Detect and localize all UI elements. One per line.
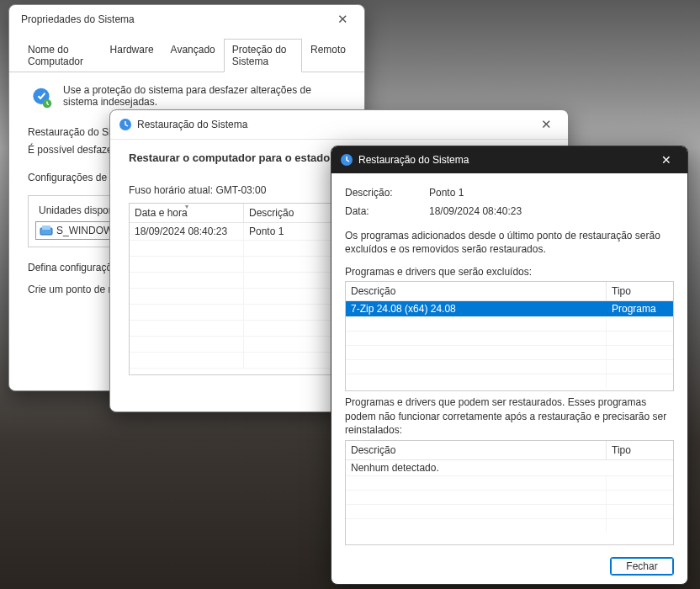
restorable-heading: Programas e drivers que podem ser restau… — [345, 395, 674, 437]
restore-icon — [340, 153, 353, 167]
close-button[interactable]: Fechar — [610, 557, 674, 576]
close-icon[interactable]: ✕ — [531, 115, 561, 134]
tab-computer-name[interactable]: Nome do Computador — [19, 39, 102, 72]
close-icon[interactable]: ✕ — [649, 151, 684, 169]
col-description[interactable]: Descrição — [346, 282, 607, 300]
cell-type: Programa — [607, 301, 673, 316]
tabs: Nome do Computador Hardware Avançado Pro… — [9, 32, 364, 72]
cell-date: 18/09/2024 08:40:23 — [130, 223, 244, 240]
shield-icon — [28, 84, 55, 111]
win2-title: Restauração do Sistema — [137, 119, 247, 130]
col-type[interactable]: Tipo — [607, 441, 673, 459]
col-description[interactable]: Descrição — [346, 441, 607, 459]
win3-title: Restauração do Sistema — [358, 154, 469, 166]
restore-icon — [119, 118, 132, 131]
date-value: 18/09/2024 08:40:23 — [429, 205, 522, 217]
win3-titlebar: Restauração do Sistema ✕ — [331, 146, 687, 173]
drive-icon — [40, 225, 53, 236]
tab-advanced[interactable]: Avançado — [162, 39, 224, 72]
tab-system-protection[interactable]: Proteção do Sistema — [224, 39, 302, 72]
col-date[interactable]: ▾ Data e hora — [130, 204, 244, 222]
col-type[interactable]: Tipo — [607, 282, 673, 300]
excluded-table: Descrição Tipo 7-Zip 24.08 (x64) 24.08 P… — [345, 281, 674, 391]
excluded-heading: Programas e drivers que serão excluídos: — [345, 266, 674, 278]
restorable-table: Descrição Tipo Nenhum detectado. — [345, 440, 674, 545]
cell-desc: 7-Zip 24.08 (x64) 24.08 — [346, 301, 607, 316]
win1-titlebar: Propriedades do Sistema ✕ — [9, 5, 364, 32]
svg-rect-3 — [42, 226, 50, 230]
cell-none: Nenhum detectado. — [346, 460, 607, 475]
sort-desc-icon: ▾ — [185, 203, 188, 210]
note-text: Os programas adicionados desde o último … — [345, 229, 674, 256]
desc-value: Ponto 1 — [429, 187, 464, 199]
close-icon[interactable]: ✕ — [327, 10, 358, 29]
desc-label: Descrição: — [345, 187, 429, 199]
win3-body: Descrição: Ponto 1 Data: 18/09/2024 08:4… — [331, 173, 687, 585]
table-row[interactable]: 7-Zip 24.08 (x64) 24.08 Programa — [346, 301, 673, 316]
table-row-none: Nenhum detectado. — [346, 460, 673, 475]
win2-titlebar: Restauração do Sistema ✕ — [110, 110, 568, 140]
protection-info-text: Use a proteção do sistema para desfazer … — [63, 84, 346, 111]
tab-remote[interactable]: Remoto — [302, 39, 354, 72]
win1-title: Propriedades do Sistema — [21, 13, 135, 25]
affected-programs-window: Restauração do Sistema ✕ Descrição: Pont… — [331, 146, 688, 585]
tab-hardware[interactable]: Hardware — [102, 39, 162, 72]
date-label: Data: — [345, 205, 429, 217]
